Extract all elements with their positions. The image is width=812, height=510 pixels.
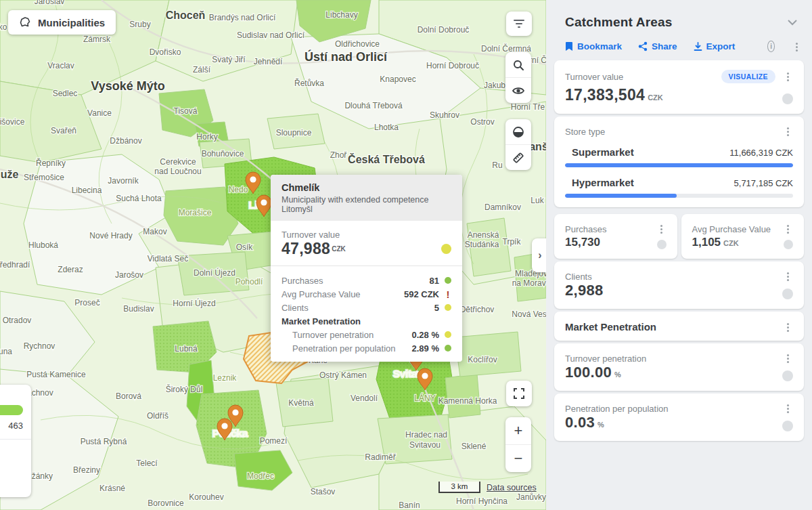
status-dot (445, 331, 451, 338)
map-label: Nová Ves (512, 310, 546, 319)
measure-button[interactable] (505, 144, 531, 170)
app: JaroslavkoSrubyChoceňBrandýs nad OrlicíS… (0, 0, 812, 510)
map-label: Ostrý Kámen (319, 370, 367, 380)
filter-icon[interactable] (506, 12, 532, 36)
fullscreen-button[interactable] (506, 381, 532, 406)
export-button[interactable]: Export (694, 41, 736, 51)
zoom-out-button[interactable]: − (505, 444, 531, 472)
avg-purchase-menu-icon[interactable] (782, 224, 793, 234)
map-label: Ostrov (470, 117, 494, 127)
contrast-icon (512, 126, 524, 138)
market-penetration-menu-icon[interactable] (782, 322, 793, 333)
metric-label: Penetration per population (281, 343, 412, 354)
legend-card[interactable]: 463 (0, 385, 31, 497)
turnover-penetration-menu-icon[interactable] (782, 353, 793, 364)
store-type-card: Store type Supermarket 11,666,319 CZK Hy… (554, 116, 804, 207)
turnover-penetration-label: Turnover penetration (565, 354, 782, 364)
contrast-button[interactable] (505, 119, 531, 144)
map-label: uže (1, 169, 19, 180)
avg-purchase-value: 1,105 (692, 236, 721, 249)
map-label: Oldřichovice (335, 39, 380, 49)
status-dot (782, 370, 793, 381)
map-label: Široký Důl (166, 384, 203, 394)
metric-label: Turnover penetration (281, 330, 412, 340)
bookmark-button[interactable]: Bookmark (565, 41, 622, 51)
map-label: Trpík (503, 237, 522, 247)
map-label: Jaroslav (35, 0, 65, 6)
turnover-penetration-unit: % (614, 370, 621, 379)
panel-menu-icon[interactable] (791, 41, 797, 52)
penetration-per-population-label: Penetration per population (565, 404, 782, 414)
map-label: Luk (531, 196, 544, 205)
map-label: Dětřichov (460, 305, 495, 314)
visualize-badge[interactable]: VISUALIZE (721, 70, 775, 83)
turnover-menu-icon[interactable] (782, 71, 793, 82)
catchment-panel: Catchment Areas Bookmark Share (546, 0, 812, 510)
map-label: Borová (116, 391, 141, 401)
map-label: Budislav (123, 304, 154, 314)
popup-title: Chmelík (281, 182, 451, 193)
popup-metric-row: Penetration per population2.89 % (281, 341, 451, 355)
metric-value: 2.89 % (412, 343, 439, 354)
map-label: Choceň (166, 9, 206, 21)
bar-fill (565, 163, 793, 167)
clients-value: 2,988 (565, 282, 604, 299)
ruler-icon (512, 151, 525, 165)
status-dot (784, 240, 793, 249)
municipalities-button[interactable]: Municipalities (8, 10, 116, 35)
map-label: Horky (196, 132, 217, 142)
penetration-per-population-menu-icon[interactable] (782, 403, 793, 414)
fullscreen-icon[interactable] (506, 381, 532, 406)
map-label: Zámrsk (83, 35, 111, 44)
map-label: Hradec nad (405, 430, 447, 440)
map-label: Sloupnice (276, 128, 312, 137)
popup-metric-row: Turnover penetration0.28 % (281, 328, 451, 341)
popup-header: Chmelík Municipality with extended compe… (271, 175, 462, 221)
info-icon[interactable]: i (767, 41, 775, 52)
map-label: Borovnice (148, 498, 184, 508)
map-label: Řepníky (36, 158, 66, 168)
metric-value: 592 CZK (404, 289, 439, 299)
clients-menu-icon[interactable] (782, 271, 793, 282)
visibility-button[interactable] (505, 77, 531, 103)
purchases-menu-icon[interactable] (656, 224, 667, 234)
map-label: Sklené (461, 442, 487, 451)
map-area[interactable]: JaroslavkoSrubyChoceňBrandýs nad OrlicíS… (0, 0, 546, 510)
store-type-menu-icon[interactable] (782, 126, 793, 137)
eye-icon (512, 85, 525, 96)
map-label: Březiny (73, 465, 100, 475)
share-button[interactable]: Share (638, 41, 677, 51)
map-label: Kamenná Horka (438, 396, 497, 406)
popup-metric-row: Clients5 (281, 301, 451, 314)
map-label: Zhoř (330, 150, 348, 160)
map-label: Horní Újezd (173, 298, 215, 308)
map-label: una (0, 347, 12, 356)
chevron-down-icon[interactable] (788, 20, 797, 26)
map-label: Zderaz (58, 265, 83, 274)
alert-icon: ! (445, 289, 451, 300)
map-label: na Moravě (512, 278, 546, 288)
map-style-controls (505, 119, 531, 170)
map-label: Řetůvka (294, 78, 324, 88)
purchases-label: Purchases (565, 224, 656, 234)
map-label: Vendolí (351, 394, 378, 403)
map-label: Ru (492, 161, 502, 170)
search-button[interactable] (505, 52, 531, 77)
map-label: Sedlec (53, 89, 78, 98)
metric-value: 81 (430, 276, 439, 286)
data-sources-link[interactable]: Data sources (487, 483, 537, 492)
map-label: Koclířov (468, 355, 497, 364)
status-dot (657, 240, 667, 249)
collapse-panel-button[interactable]: › (532, 238, 546, 272)
map-label: Radiměř (365, 452, 396, 462)
map-label: Džbánov (110, 136, 141, 146)
store-type-name: Supermarket (565, 146, 729, 158)
export-icon (694, 42, 702, 51)
popup-sub-metrics: Turnover penetration0.28 %Penetration pe… (281, 328, 451, 355)
map-label: Rychnov (24, 341, 55, 351)
map-label: Vysoké Mýto (91, 79, 164, 93)
store-type-name: Hypermarket (565, 177, 734, 188)
filter-button[interactable] (506, 12, 532, 36)
map-label: Janůvky (516, 492, 546, 502)
zoom-in-button[interactable]: + (505, 417, 531, 444)
